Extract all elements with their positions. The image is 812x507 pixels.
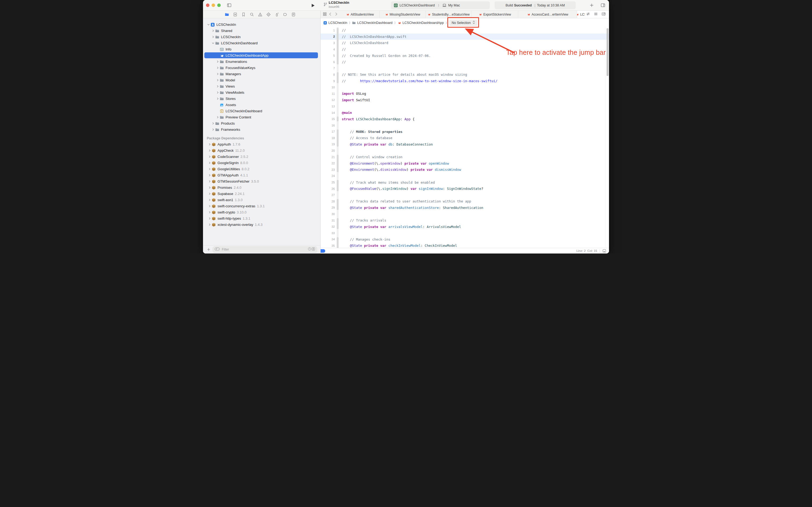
disclosure-closed-icon[interactable] <box>215 116 220 119</box>
tab-AllStudentsView[interactable]: AllStudentsView <box>340 11 380 18</box>
package-GoogleUtilities[interactable]: GoogleUtilities8.0.2 <box>203 166 321 172</box>
disclosure-closed-icon[interactable] <box>215 60 220 63</box>
tree-item-Products[interactable]: Products <box>203 120 321 126</box>
tree-item-FocusedValueKeys[interactable]: FocusedValueKeys <box>203 65 321 71</box>
disclosure-closed-icon[interactable] <box>207 192 212 195</box>
tree-item-Frameworks[interactable]: Frameworks <box>203 126 321 133</box>
go-forward-icon[interactable] <box>334 12 338 17</box>
tree-item-Preview Content[interactable]: Preview Content <box>203 114 321 120</box>
editor-scrollbar-thumb[interactable] <box>606 28 608 76</box>
tree-item-LCSCheckIn[interactable]: LCSCheckIn <box>203 34 321 40</box>
bookmark-navigator-icon[interactable] <box>241 12 246 17</box>
editor-layout-icon[interactable] <box>602 249 606 253</box>
disclosure-closed-icon[interactable] <box>207 143 212 146</box>
package-AppAuth[interactable]: AppAuth1.7.6 <box>203 141 321 148</box>
breadcrumb-LCSCheckIn[interactable]: ALCSCheckIn <box>323 21 347 25</box>
debug-navigator-icon[interactable] <box>275 12 279 17</box>
toggle-right-sidebar-icon[interactable] <box>599 2 606 8</box>
recent-files-icon[interactable] <box>308 247 311 252</box>
disclosure-closed-icon[interactable] <box>215 72 220 75</box>
breadcrumb-LCSCheckInDashboardApp[interactable]: LCSCheckInDashboardApp <box>397 21 444 25</box>
package-Supabase[interactable]: Supabase2.24.1 <box>203 191 321 197</box>
disclosure-closed-icon[interactable] <box>207 199 212 202</box>
report-navigator-icon[interactable] <box>291 12 296 17</box>
add-file-icon[interactable] <box>207 247 211 251</box>
tab-LCSChe[interactable]: LCSChe <box>577 11 585 18</box>
tree-item-LCSCheckIn[interactable]: ALCSCheckIn <box>203 21 321 27</box>
tree-item-Assets[interactable]: Assets <box>203 102 321 108</box>
tree-item-Model[interactable]: Model <box>203 77 321 83</box>
package-Promises[interactable]: Promises2.4.0 <box>203 184 321 191</box>
package-GoogleSignIn[interactable]: GoogleSignIn8.0.0 <box>203 160 321 166</box>
disclosure-closed-icon[interactable] <box>215 91 220 94</box>
disclosure-open-icon[interactable] <box>206 23 211 26</box>
related-items-icon[interactable] <box>323 12 327 17</box>
disclosure-closed-icon[interactable] <box>207 155 212 158</box>
adjust-editor-icon[interactable] <box>594 12 598 17</box>
source-control-navigator-icon[interactable] <box>233 12 238 17</box>
disclosure-closed-icon[interactable] <box>211 29 215 32</box>
filter-icon[interactable] <box>215 247 220 252</box>
filter-field[interactable] <box>213 246 317 253</box>
package-swift-asn1[interactable]: swift-asn11.3.0 <box>203 197 321 203</box>
disclosure-closed-icon[interactable] <box>207 174 212 177</box>
disclosure-closed-icon[interactable] <box>207 180 212 183</box>
tree-item-ViewModels[interactable]: ViewModels <box>203 90 321 96</box>
editor-scroll-track[interactable] <box>605 27 609 248</box>
package-CodeScanner[interactable]: CodeScanner2.5.2 <box>203 154 321 160</box>
scheme-selector[interactable]: LCSCheckInDashboard ⟩ My Mac <box>391 1 490 9</box>
minimize-button[interactable] <box>212 3 215 7</box>
disclosure-closed-icon[interactable] <box>211 122 215 125</box>
disclosure-closed-icon[interactable] <box>215 79 220 81</box>
disclosure-closed-icon[interactable] <box>207 149 212 152</box>
tree-item-Info[interactable]: Info <box>203 46 321 52</box>
tree-item-Views[interactable]: Views <box>203 83 321 90</box>
tree-item-LCSCheckInDashboard[interactable]: LCSCheckInDashboard <box>203 108 321 114</box>
find-navigator-icon[interactable] <box>249 12 254 17</box>
tab-ExportStickersView[interactable]: ExportStickersView <box>471 11 518 18</box>
package-AppCheck[interactable]: AppCheck11.2.0 <box>203 148 321 154</box>
disclosure-closed-icon[interactable] <box>215 85 220 88</box>
disclosure-closed-icon[interactable] <box>207 217 212 220</box>
package-swift-crypto[interactable]: swift-crypto3.10.0 <box>203 209 321 215</box>
source-editor[interactable]: 1//2// LCSCheckInDashboardApp.swift3// L… <box>321 27 609 248</box>
tree-item-Shared[interactable]: Shared <box>203 27 321 34</box>
test-navigator-icon[interactable] <box>266 12 271 17</box>
tab-AccessCard…erItemView[interactable]: AccessCard…erItemView <box>518 11 577 18</box>
disclosure-closed-icon[interactable] <box>207 161 212 164</box>
toggle-left-sidebar-icon[interactable] <box>226 2 233 9</box>
tree-item-LCSCheckInDashboard[interactable]: LCSCheckInDashboard <box>203 40 321 46</box>
tree-item-Enumerations[interactable]: Enumerations <box>203 59 321 65</box>
tab-StudentsBy…eStatusView[interactable]: StudentsBy…eStatusView <box>425 11 471 18</box>
issue-navigator-icon[interactable] <box>258 12 263 17</box>
library-add-icon[interactable] <box>588 2 595 8</box>
scheme-target[interactable]: LCSCheckInDashboard <box>400 3 435 7</box>
tree-item-LCSCheckInDashboardApp[interactable]: LCSCheckInDashboardApp <box>203 52 321 59</box>
disclosure-closed-icon[interactable] <box>207 186 212 189</box>
zoom-button[interactable] <box>217 3 221 7</box>
package-swift-http-types[interactable]: swift-http-types1.3.1 <box>203 215 321 222</box>
disclosure-closed-icon[interactable] <box>215 66 220 69</box>
run-button[interactable] <box>309 2 316 9</box>
disclosure-closed-icon[interactable] <box>215 97 220 100</box>
jump-bar-selection[interactable]: No Selection <box>449 19 477 26</box>
breadcrumb-LCSCheckInDashboard[interactable]: LCSCheckInDashboard <box>352 21 392 25</box>
tree-item-Stores[interactable]: Stores <box>203 96 321 102</box>
close-button[interactable] <box>206 3 210 7</box>
swap-editor-icon[interactable] <box>586 12 590 17</box>
add-editor-icon[interactable] <box>601 12 606 17</box>
disclosure-closed-icon[interactable] <box>207 223 212 226</box>
disclosure-closed-icon[interactable] <box>211 36 215 39</box>
disclosure-closed-icon[interactable] <box>207 205 212 208</box>
source-control-status-icon[interactable] <box>311 247 315 252</box>
tab-MissingStudentsView[interactable]: MissingStudentsView <box>380 11 425 18</box>
package-swift-concurrency-extras[interactable]: swift-concurrency-extras1.3.1 <box>203 203 321 209</box>
filter-input[interactable] <box>221 247 308 251</box>
disclosure-closed-icon[interactable] <box>211 128 215 131</box>
activity-status[interactable]: Build Succeeded | Today at 10:38 AM <box>495 1 576 9</box>
disclosure-closed-icon[interactable] <box>207 211 212 214</box>
package-GTMAppAuth[interactable]: GTMAppAuth4.1.1 <box>203 172 321 178</box>
tree-item-Managers[interactable]: Managers <box>203 71 321 77</box>
breakpoint-navigator-icon[interactable] <box>283 12 288 17</box>
project-navigator-icon[interactable] <box>225 12 229 17</box>
